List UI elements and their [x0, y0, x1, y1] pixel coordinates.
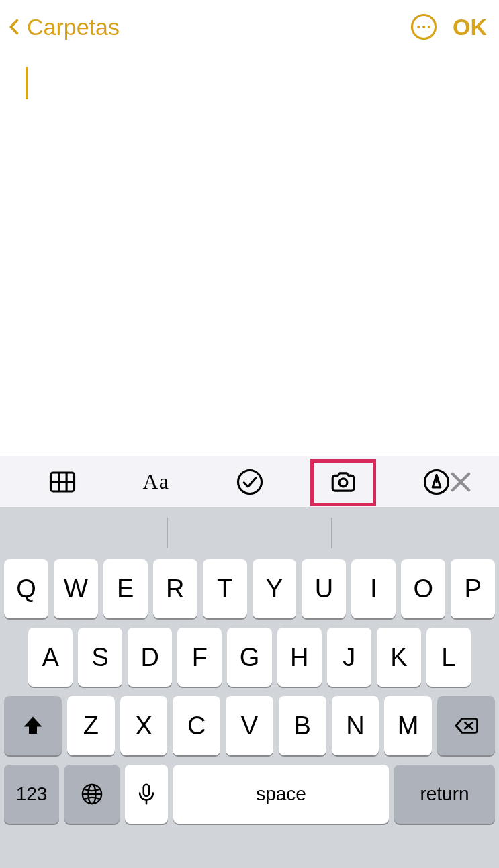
key-h[interactable]: H — [277, 628, 322, 687]
key-v[interactable]: V — [226, 696, 273, 755]
key-k[interactable]: K — [377, 628, 421, 687]
key-w[interactable]: W — [54, 559, 98, 618]
key-a[interactable]: A — [28, 628, 73, 687]
done-button[interactable]: OK — [453, 14, 487, 40]
globe-key[interactable] — [64, 765, 120, 824]
key-n[interactable]: N — [332, 696, 379, 755]
insert-table-button[interactable] — [48, 468, 77, 496]
prediction-slot[interactable] — [332, 518, 495, 548]
checklist-button[interactable] — [236, 468, 264, 496]
key-g[interactable]: G — [227, 628, 271, 687]
prediction-slot[interactable] — [4, 518, 167, 548]
close-icon — [447, 468, 475, 496]
camera-icon — [329, 468, 357, 496]
back-button[interactable]: Carpetas — [5, 14, 120, 40]
svg-point-10 — [349, 474, 351, 475]
chevron-left-icon — [5, 17, 24, 36]
text-format-icon: Aa — [143, 469, 169, 494]
back-label: Carpetas — [27, 14, 120, 40]
space-key[interactable]: space — [173, 765, 389, 824]
dismiss-toolbar-button[interactable] — [447, 468, 475, 496]
more-options-button[interactable] — [410, 13, 438, 41]
key-x[interactable]: X — [120, 696, 168, 755]
prediction-slot[interactable] — [168, 518, 330, 548]
return-key[interactable]: return — [394, 765, 495, 824]
key-q[interactable]: Q — [4, 559, 48, 618]
key-m[interactable]: M — [384, 696, 432, 755]
svg-point-8 — [238, 470, 261, 493]
key-o[interactable]: O — [401, 559, 445, 618]
navigation-bar: Carpetas OK — [0, 0, 499, 54]
backspace-icon — [454, 714, 478, 738]
backspace-key[interactable] — [437, 696, 495, 755]
globe-icon — [81, 783, 103, 806]
key-e[interactable]: E — [103, 559, 148, 618]
key-t[interactable]: T — [203, 559, 247, 618]
text-format-button[interactable]: Aa — [142, 468, 170, 496]
shift-key[interactable] — [4, 696, 62, 755]
key-s[interactable]: S — [78, 628, 122, 687]
key-z[interactable]: Z — [67, 696, 115, 755]
onscreen-keyboard: QWERTYUIOP ASDFGHJKL ZXCVBNM 123 — [0, 507, 499, 868]
formatting-toolbar: Aa — [0, 456, 499, 507]
microphone-icon — [135, 783, 158, 806]
note-editor[interactable] — [0, 54, 499, 456]
key-p[interactable]: P — [451, 559, 495, 618]
prediction-bar — [4, 507, 495, 559]
key-i[interactable]: I — [351, 559, 396, 618]
table-icon — [48, 468, 77, 496]
svg-point-2 — [422, 26, 425, 28]
key-b[interactable]: B — [279, 696, 326, 755]
key-y[interactable]: Y — [253, 559, 297, 618]
svg-rect-20 — [144, 785, 150, 796]
svg-point-3 — [428, 26, 430, 28]
key-f[interactable]: F — [177, 628, 222, 687]
text-cursor — [26, 67, 28, 99]
key-r[interactable]: R — [153, 559, 197, 618]
key-d[interactable]: D — [128, 628, 172, 687]
key-l[interactable]: L — [426, 628, 471, 687]
shift-icon — [21, 714, 45, 738]
dictation-key[interactable] — [125, 765, 168, 824]
svg-point-1 — [417, 26, 420, 28]
numbers-key[interactable]: 123 — [4, 765, 59, 824]
svg-point-9 — [339, 478, 347, 486]
insert-photo-button[interactable] — [329, 468, 357, 496]
key-j[interactable]: J — [327, 628, 371, 687]
checkmark-circle-icon — [236, 468, 264, 496]
key-c[interactable]: C — [173, 696, 220, 755]
key-u[interactable]: U — [302, 559, 346, 618]
